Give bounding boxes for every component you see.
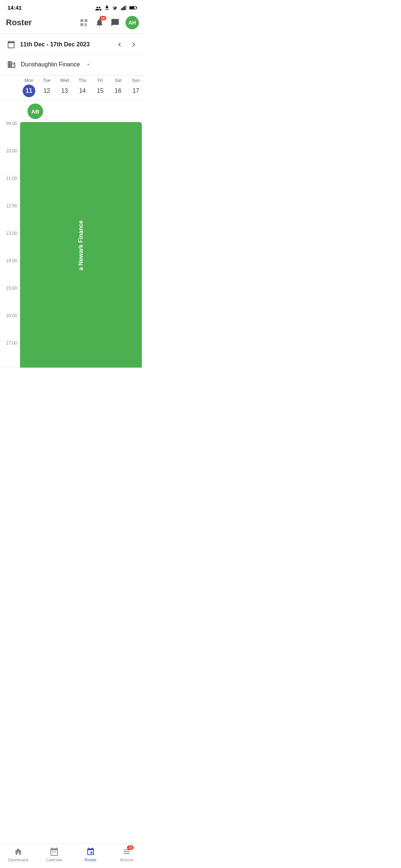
time-content-1700 bbox=[20, 340, 145, 367]
day-number-sat: 16 bbox=[112, 85, 124, 97]
day-label-thu: Thu bbox=[79, 78, 87, 83]
time-row-1200: 12:00 bbox=[0, 203, 145, 230]
status-bar: 14:41 bbox=[0, 0, 145, 13]
time-row-1700: 17:00 bbox=[0, 340, 145, 368]
svg-rect-4 bbox=[126, 5, 127, 10]
time-label-1200: 12:00 bbox=[0, 203, 20, 230]
day-number-wed: 13 bbox=[58, 85, 71, 97]
time-label-1600: 16:00 bbox=[0, 313, 20, 340]
time-row-1000: 10:00 bbox=[0, 148, 145, 175]
time-content-1300 bbox=[20, 230, 145, 257]
time-label-1300: 13:00 bbox=[0, 230, 20, 257]
location-name-text: Dunshaughlin Finance bbox=[21, 61, 80, 68]
time-content-1600 bbox=[20, 313, 145, 340]
day-headers: Mon 11 Tue 12 Wed 13 Thu 14 Fri 15 Sat 1… bbox=[0, 76, 145, 101]
time-label-0900: 09:00 bbox=[0, 121, 20, 148]
qr-code-button[interactable] bbox=[79, 17, 89, 28]
download-icon bbox=[104, 5, 110, 11]
spacer bbox=[0, 78, 20, 100]
calendar-nav-icon bbox=[6, 39, 16, 50]
chevron-left-icon bbox=[115, 40, 124, 49]
prev-week-button[interactable] bbox=[114, 39, 125, 50]
svg-rect-1 bbox=[122, 7, 123, 10]
building-icon bbox=[6, 59, 17, 70]
event-user-avatar: AB bbox=[27, 103, 43, 119]
svg-rect-3 bbox=[125, 6, 125, 10]
time-content-1100 bbox=[20, 175, 145, 203]
time-content-1500 bbox=[20, 285, 145, 312]
time-label-1700: 17:00 bbox=[0, 340, 20, 367]
day-number-mon: 11 bbox=[23, 85, 35, 97]
messages-button[interactable] bbox=[110, 17, 120, 28]
svg-rect-0 bbox=[121, 8, 122, 10]
time-row-1400: 14:00 bbox=[0, 258, 145, 285]
day-number-sun: 17 bbox=[130, 85, 142, 97]
time-content-1400 bbox=[20, 258, 145, 285]
header-actions: 10 AH bbox=[79, 16, 139, 29]
next-week-button[interactable] bbox=[128, 39, 139, 50]
day-label-tue: Tue bbox=[43, 78, 50, 83]
time-content-1000 bbox=[20, 148, 145, 175]
event-avatar-row: AB bbox=[0, 101, 145, 121]
day-wed[interactable]: Wed 13 bbox=[56, 78, 74, 100]
battery-icon bbox=[129, 6, 137, 10]
user-avatar[interactable]: AH bbox=[125, 16, 139, 29]
day-label-sun: Sun bbox=[132, 78, 140, 83]
app-header: Roster 10 AH bbox=[0, 13, 145, 34]
day-label-mon: Mon bbox=[25, 78, 33, 83]
time-label-1400: 14:00 bbox=[0, 258, 20, 285]
time-row-1300: 13:00 bbox=[0, 230, 145, 258]
status-time: 14:41 bbox=[7, 4, 22, 11]
svg-rect-6 bbox=[136, 7, 137, 8]
day-mon[interactable]: Mon 11 bbox=[20, 78, 38, 100]
date-range-text: 11th Dec - 17th Dec 2023 bbox=[20, 41, 111, 48]
office-icon bbox=[7, 60, 16, 69]
people-icon bbox=[95, 5, 102, 10]
status-icons bbox=[95, 5, 137, 11]
svg-rect-2 bbox=[123, 6, 124, 10]
wifi-icon bbox=[112, 5, 119, 10]
location-selector[interactable]: Dunshaughlin Finance bbox=[0, 55, 145, 76]
dropdown-chevron-icon bbox=[85, 61, 92, 68]
day-label-fri: Fri bbox=[98, 78, 103, 83]
day-sun[interactable]: Sun 17 bbox=[127, 78, 145, 100]
day-number-fri: 15 bbox=[94, 85, 107, 97]
day-number-thu: 14 bbox=[76, 85, 89, 97]
time-content-1200 bbox=[20, 203, 145, 230]
day-thu[interactable]: Thu 14 bbox=[74, 78, 91, 100]
notification-badge: 10 bbox=[100, 16, 106, 20]
signal-icon bbox=[121, 5, 127, 10]
date-navigator: 11th Dec - 17th Dec 2023 bbox=[0, 34, 145, 55]
day-label-sat: Sat bbox=[115, 78, 121, 83]
time-label-1500: 15:00 bbox=[0, 285, 20, 312]
time-row-0900: 09:00 bbox=[0, 121, 145, 148]
day-label-wed: Wed bbox=[60, 78, 69, 83]
time-row-1100: 11:00 bbox=[0, 175, 145, 203]
day-sat[interactable]: Sat 16 bbox=[109, 78, 127, 100]
chevron-right-icon bbox=[130, 40, 138, 49]
calendar-grid: 09:00 10:00 11:00 12:00 13:00 14:00 15:0… bbox=[0, 121, 145, 368]
time-row-1600: 16:00 bbox=[0, 313, 145, 340]
calendar-icon bbox=[7, 40, 15, 49]
message-icon bbox=[111, 18, 120, 27]
day-number-tue: 12 bbox=[40, 85, 53, 97]
time-label-1000: 10:00 bbox=[0, 148, 20, 175]
time-label-1100: 11:00 bbox=[0, 175, 20, 203]
day-fri[interactable]: Fri 15 bbox=[91, 78, 109, 100]
svg-rect-7 bbox=[130, 7, 134, 9]
notifications-button[interactable]: 10 bbox=[94, 17, 105, 28]
qr-icon bbox=[79, 18, 88, 27]
day-tue[interactable]: Tue 12 bbox=[38, 78, 56, 100]
time-content-0900 bbox=[20, 121, 145, 148]
time-row-1500: 15:00 bbox=[0, 285, 145, 313]
app-title: Roster bbox=[6, 18, 32, 27]
